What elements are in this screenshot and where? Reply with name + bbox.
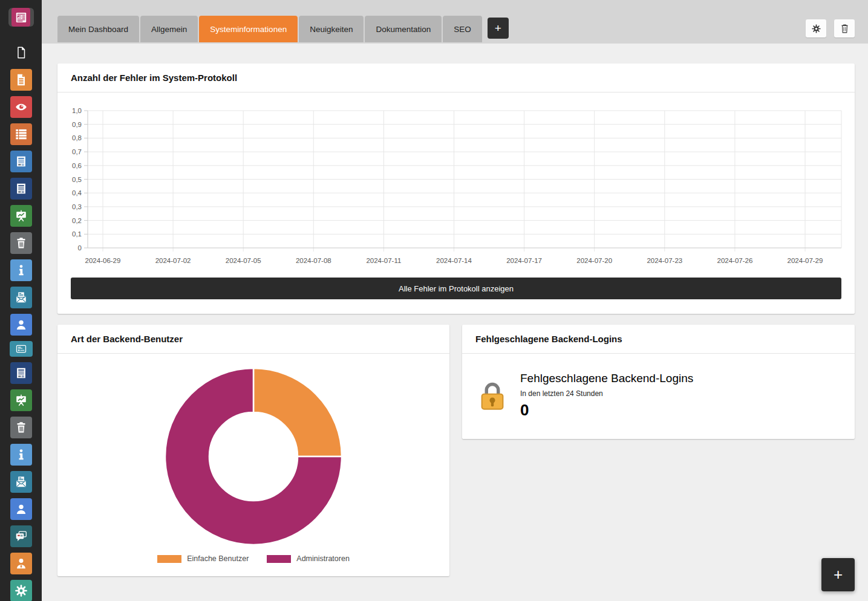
document-icon [15, 73, 28, 86]
svg-text:0,1: 0,1 [72, 230, 82, 238]
typo3-logo-button[interactable] [8, 8, 34, 27]
widget-title: Fehlgeschlagene Backend-Logins [462, 325, 855, 354]
sidebar-module-recycler-2[interactable] [10, 417, 32, 438]
sidebar-module-info-2[interactable] [10, 444, 32, 466]
sidebar-module-view[interactable] [10, 96, 32, 118]
show-all-log-errors-button[interactable]: Alle Fehler im Protokoll anzeigen [71, 278, 841, 299]
widget-title: Anzahl der Fehler im System-Protokoll [57, 63, 855, 93]
svg-text:0,7: 0,7 [72, 148, 82, 155]
mail-icon [15, 291, 28, 304]
info-icon [15, 448, 28, 461]
sidebar-module-card[interactable] [10, 341, 33, 357]
svg-text:2024-07-23: 2024-07-23 [647, 257, 682, 264]
svg-text:2024-07-14: 2024-07-14 [436, 257, 472, 264]
trash-icon [15, 421, 28, 434]
tab-neuigkeiten[interactable]: Neuigkeiten [299, 16, 364, 42]
sidebar-module-news[interactable] [10, 151, 32, 172]
trash-outline-icon [840, 24, 850, 34]
sidebar-module-reports-2[interactable] [10, 389, 32, 411]
add-widget-button[interactable]: + [821, 558, 855, 591]
info-icon [15, 264, 28, 277]
dashboard-tabbar: Mein DashboardAllgemeinSysteminformation… [42, 0, 868, 44]
sidebar-module-info[interactable] [10, 259, 32, 281]
user-icon [15, 318, 28, 331]
sidebar-module-recycler[interactable] [10, 232, 32, 254]
lock-icon [477, 380, 508, 412]
widget-failed-backend-logins: Fehlgeschlagene Backend-Logins Fehlgesch… [462, 325, 855, 439]
dashboard-actions [806, 19, 855, 37]
tab-seo[interactable]: SEO [443, 16, 482, 42]
failed-logins-heading: Fehlgeschlagene Backend-Logins [520, 372, 693, 385]
sidebar-module-news-dark[interactable] [10, 178, 32, 200]
gear-icon [15, 584, 28, 597]
sidebar-module-newsletter-2[interactable] [10, 471, 32, 493]
sidebar-module-settings[interactable] [10, 580, 32, 601]
legend-item-administratoren[interactable]: Administratoren [267, 554, 350, 563]
sidebar-module-reports[interactable] [10, 205, 32, 227]
dashboard-module-tile [11, 8, 30, 27]
widget-title: Art der Backend-Benutzer [57, 325, 449, 354]
dashboard-content: Anzahl der Fehler im System-Protokoll 20… [42, 44, 868, 601]
backend-users-donut-chart [163, 366, 344, 547]
failed-logins-subtitle: In den letzten 24 Stunden [520, 389, 693, 398]
newspaper-icon [15, 182, 28, 195]
widget-footer: Alle Fehler im Protokoll anzeigen [57, 270, 855, 314]
widget-syslog-errors: Anzahl der Fehler im System-Protokoll 20… [57, 63, 855, 314]
svg-text:0,3: 0,3 [72, 203, 82, 210]
failed-logins-count: 0 [520, 401, 693, 420]
dashboard-icon [14, 10, 28, 25]
sidebar-modules [10, 42, 33, 601]
donut-chart-area [57, 354, 449, 547]
sidebar-module-news-dark-2[interactable] [10, 362, 32, 384]
svg-text:2024-07-08: 2024-07-08 [296, 257, 331, 264]
svg-text:2024-07-26: 2024-07-26 [717, 257, 752, 264]
module-sidebar [0, 0, 42, 601]
syslog-errors-line-chart: 2024-06-292024-07-022024-07-052024-07-08… [57, 99, 855, 270]
failed-logins-text: Fehlgeschlagene Backend-Logins In den le… [520, 372, 693, 420]
legend-swatch [157, 555, 181, 563]
file-outline-icon [15, 46, 28, 59]
svg-text:0: 0 [78, 244, 82, 252]
newspaper-icon [15, 366, 28, 380]
tab-dokumentation[interactable]: Dokumentation [365, 16, 442, 42]
svg-text:0,8: 0,8 [72, 134, 82, 141]
widgets-row: Art der Backend-Benutzer Einfache Benutz… [57, 325, 855, 576]
sidebar-module-list[interactable] [10, 123, 32, 145]
svg-text:1,0: 1,0 [72, 107, 82, 114]
gear-outline-icon [811, 24, 821, 34]
tab-mein-dashboard[interactable]: Mein Dashboard [57, 16, 139, 42]
add-dashboard-tab-button[interactable]: + [488, 18, 509, 39]
main-area: Mein DashboardAllgemeinSysteminformation… [42, 0, 868, 601]
tab-systeminformationen[interactable]: Systeminformationen [199, 16, 298, 42]
failed-logins-body: Fehlgeschlagene Backend-Logins In den le… [462, 354, 855, 439]
eye-icon [15, 100, 28, 114]
widget-backend-user-types: Art der Backend-Benutzer Einfache Benutz… [57, 325, 449, 576]
tab-allgemein[interactable]: Allgemein [140, 16, 198, 42]
sidebar-module-user-2[interactable] [10, 498, 32, 520]
svg-text:2024-07-20: 2024-07-20 [576, 257, 612, 264]
user-tie-icon [15, 557, 28, 570]
list-icon [15, 128, 28, 141]
trash-icon [15, 236, 28, 250]
sidebar-module-records[interactable] [10, 69, 32, 91]
syslog-chart-area: 2024-06-292024-07-022024-07-052024-07-08… [57, 93, 855, 270]
sidebar-module-newsletter[interactable] [10, 287, 32, 308]
svg-text:2024-07-02: 2024-07-02 [155, 257, 191, 264]
presentation-chart-icon [15, 394, 28, 407]
sidebar-module-user[interactable] [10, 314, 32, 336]
svg-text:0,4: 0,4 [72, 189, 82, 197]
svg-text:2024-07-29: 2024-07-29 [788, 257, 823, 264]
donut-legend: Einfache BenutzerAdministratoren [57, 547, 449, 576]
sidebar-module-page[interactable] [10, 42, 32, 63]
svg-text:2024-07-11: 2024-07-11 [366, 257, 401, 264]
svg-text:0,5: 0,5 [72, 176, 82, 183]
svg-text:0,6: 0,6 [72, 162, 82, 169]
sidebar-module-comments[interactable] [10, 525, 32, 547]
user-icon [15, 502, 28, 516]
svg-text:2024-07-05: 2024-07-05 [226, 257, 261, 264]
legend-item-einfache-benutzer[interactable]: Einfache Benutzer [157, 554, 249, 563]
newspaper-icon [15, 155, 28, 168]
sidebar-module-user-admin[interactable] [10, 553, 32, 574]
delete-dashboard-button[interactable] [834, 19, 855, 37]
configure-dashboard-button[interactable] [806, 19, 826, 37]
